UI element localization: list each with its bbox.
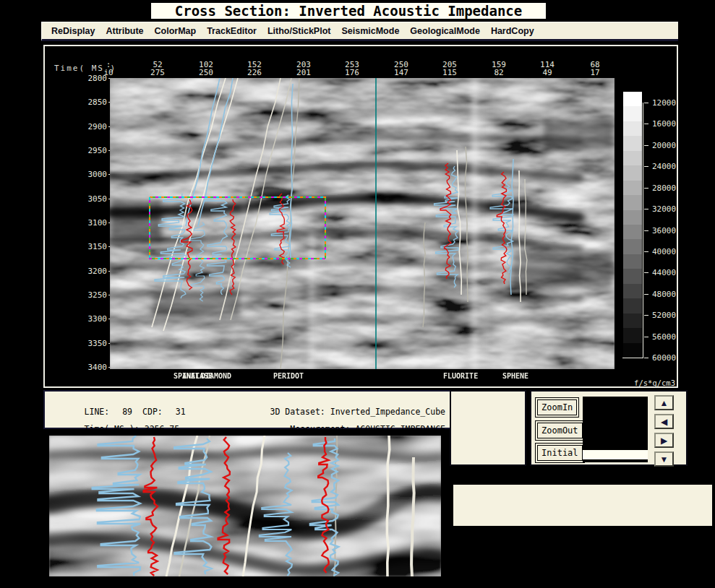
menu-item-seismicmode[interactable]: SeismicMode xyxy=(341,26,399,36)
window-title: Cross Section: Inverted Acoustic Impedan… xyxy=(175,3,522,19)
colorbar-tick-mark xyxy=(644,251,648,252)
colorbar-axis-base xyxy=(622,358,643,358)
colorbar-tick-label: 40000 xyxy=(652,247,676,256)
time-tick-label: 2800 xyxy=(71,74,107,83)
trace-header-label: 102250 xyxy=(188,61,224,77)
menu-item-colormap[interactable]: ColorMap xyxy=(155,26,197,36)
colorbar-units-label: f/s*g/cm3 xyxy=(634,379,675,387)
colorbar-tick-label: 52000 xyxy=(652,311,676,320)
colorbar-tick-mark xyxy=(644,166,648,167)
colorbar-tick-mark xyxy=(644,124,648,124)
initial-button[interactable]: Initial xyxy=(537,445,583,461)
seismic-image[interactable] xyxy=(110,78,615,369)
colorbar-tick-label: 60000 xyxy=(652,353,676,363)
measurement-label: Measurement: xyxy=(290,424,350,434)
trace-header-label: 253176 xyxy=(334,61,370,77)
status-row-1: LINE:89CDP:31 3D Dataset:Inverted_Impeda… xyxy=(54,397,445,407)
curve-legend: Porosity .......... red Water Saturation… xyxy=(453,485,712,526)
time-tick-label: 3400 xyxy=(71,363,107,372)
menu-item-geologicalmode[interactable]: GeologicalMode xyxy=(410,26,480,36)
colorbar-tick-mark xyxy=(644,358,648,358)
app-root: { "window_title": "Cross Section: Invert… xyxy=(0,0,715,588)
menu-item-attribute[interactable]: Attribute xyxy=(106,26,143,36)
time-tick-label: 3150 xyxy=(71,242,107,251)
trace-header-label: 250147 xyxy=(383,61,419,77)
time-tick-label: 2850 xyxy=(71,98,107,107)
zoom-controls-panel: ZoomIn ZoomOut Initial ▲◀▶▼ xyxy=(530,390,688,466)
status-row-2: Time( MS ):3256.75 Measurement:ACOUSTIC_… xyxy=(54,414,445,424)
well-label-peridot: PERIDOT xyxy=(273,372,304,380)
zoom-out-button[interactable]: ZoomOut xyxy=(537,423,583,438)
legend-porosity: Porosity .......... red xyxy=(461,524,712,544)
colorbar-tick-mark xyxy=(644,209,648,209)
well-label-sphene: SPHENE xyxy=(502,372,528,380)
trace-header-label: 15982 xyxy=(481,61,517,77)
trace-header-label: 6817 xyxy=(577,61,613,77)
navigator-thumbnail[interactable] xyxy=(583,397,648,462)
colorbar-tick-label: 48000 xyxy=(652,290,676,299)
seismic-display-area[interactable] xyxy=(110,78,615,369)
menu-item-redisplay[interactable]: ReDisplay xyxy=(51,26,95,36)
trace-header-label: 152226 xyxy=(236,61,273,77)
trace-header-label: 205115 xyxy=(432,61,468,77)
well-label-diamond: DIAMOND xyxy=(201,372,231,380)
trace-header-label: 52275 xyxy=(140,61,176,77)
colorbar-tick-label: 44000 xyxy=(652,268,676,277)
time-tick-label: 3100 xyxy=(71,218,107,228)
zoom-inset-image xyxy=(49,436,441,576)
colorbar-tick-label: 12000 xyxy=(652,98,676,108)
zoom-in-button[interactable]: ZoomIn xyxy=(537,399,577,415)
colorbar-tick-mark xyxy=(644,145,648,146)
time-value: 3256.75 xyxy=(145,424,179,434)
time-tick-label: 3050 xyxy=(71,194,107,204)
navigator-view-indicator[interactable] xyxy=(583,450,648,459)
colorbar-tick-label: 28000 xyxy=(652,183,676,193)
time-tick-label: 3000 xyxy=(71,170,107,179)
impedance-colorbar xyxy=(623,92,642,358)
time-tick-label: 2900 xyxy=(71,122,107,131)
colorbar-tick-mark xyxy=(644,188,648,189)
time-tick-label: 3200 xyxy=(71,267,107,276)
menu-item-litho-stickplot[interactable]: Litho/StickPlot xyxy=(267,26,331,36)
pan-right-button[interactable]: ▶ xyxy=(654,433,674,448)
trace-header-label: 203201 xyxy=(286,61,322,77)
pan-left-button[interactable]: ◀ xyxy=(654,414,674,429)
colorbar-tick-mark xyxy=(644,272,648,273)
cross-section-window: Time( MS ) :i052275102250152226203201253… xyxy=(43,45,678,388)
menu-item-hardcopy[interactable]: HardCopy xyxy=(491,26,534,36)
menu-item-trackeditor[interactable]: TrackEditor xyxy=(207,26,257,36)
colorbar-tick-mark xyxy=(644,230,648,231)
colorbar-tick-label: 56000 xyxy=(652,332,676,342)
legend-water-saturation: Water Saturation ... blue xyxy=(461,583,712,588)
time-tick-label: 3300 xyxy=(71,314,107,324)
colorbar-tick-mark xyxy=(644,294,648,295)
colorbar-tick-label: 20000 xyxy=(652,141,676,150)
colorbar-tick-label: 24000 xyxy=(652,162,676,171)
menu-bar: ReDisplayAttributeColorMapTrackEditorLit… xyxy=(41,22,678,41)
trace-header-label: 11449 xyxy=(529,61,565,77)
colorbar-tick-label: 36000 xyxy=(652,226,676,235)
colorbar-tick-mark xyxy=(644,103,648,103)
well-label-fluorite: FLUORITE xyxy=(443,372,478,380)
status-panel: LINE:89CDP:31 3D Dataset:Inverted_Impeda… xyxy=(43,390,452,429)
pan-down-button[interactable]: ▼ xyxy=(654,451,674,467)
colorbar-tick-mark xyxy=(644,315,648,316)
colorbar-tick-label: 16000 xyxy=(652,119,676,129)
window-title-bar[interactable]: Cross Section: Inverted Acoustic Impedan… xyxy=(150,1,547,20)
time-tick-label: 2950 xyxy=(71,146,107,155)
colorbar-tick-mark xyxy=(644,337,648,337)
pan-up-button[interactable]: ▲ xyxy=(654,395,674,410)
empty-side-panel xyxy=(450,390,526,466)
colorbar-axis-line xyxy=(643,103,643,358)
time-label: Time( MS ): xyxy=(85,424,140,434)
time-tick-label: 3350 xyxy=(71,339,107,348)
time-tick-label: 3250 xyxy=(71,290,107,300)
colorbar-tick-label: 32000 xyxy=(652,204,676,214)
measurement-value: ACOUSTIC_IMPEDANCE xyxy=(355,424,445,434)
